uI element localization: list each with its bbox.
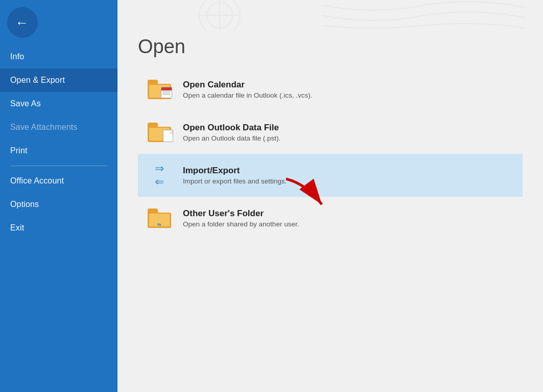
sidebar-item-open-export[interactable]: Open & Export <box>0 68 117 92</box>
import-export-item[interactable]: ⇒ ⇐ Import/Export Import or export files… <box>138 154 523 197</box>
back-arrow-icon: ← <box>15 16 29 29</box>
other-users-folder-text: Other User's Folder Open a folder shared… <box>183 209 299 228</box>
import-export-item-text: Import/Export Import or export files and… <box>183 166 287 185</box>
back-button[interactable]: ← <box>7 7 38 38</box>
data-file-icon <box>146 120 173 145</box>
decorative-header <box>117 0 543 31</box>
calendar-item-text: Open Calendar Open a calendar file in Ou… <box>183 80 313 99</box>
sidebar-item-save-as[interactable]: Save As <box>0 92 117 116</box>
data-file-item-title: Open Outlook Data File <box>183 123 280 133</box>
sidebar-nav: Info Open & Export Save As Save Attachme… <box>0 45 117 392</box>
import-export-item-desc: Import or export files and settings. <box>183 177 287 185</box>
sidebar-item-options[interactable]: Options <box>0 193 117 216</box>
sidebar-item-info[interactable]: Info <box>0 45 117 68</box>
sidebar-item-office-account[interactable]: Office Account <box>0 169 117 193</box>
data-file-item-desc: Open an Outlook data file (.pst). <box>183 134 280 142</box>
other-users-folder-desc: Open a folder shared by another user. <box>183 220 299 228</box>
calendar-icon <box>146 77 173 102</box>
import-export-icon: ⇒ ⇐ <box>146 163 173 188</box>
import-export-item-title: Import/Export <box>183 166 287 176</box>
sidebar-item-print[interactable]: Print <box>0 139 117 163</box>
page-title: Open <box>117 31 543 68</box>
sidebar: ← Info Open & Export Save As Save Attach… <box>0 0 117 392</box>
sidebar-divider <box>10 166 107 166</box>
items-list: Open Calendar Open a calendar file in Ou… <box>117 68 543 240</box>
sidebar-item-exit[interactable]: Exit <box>0 216 117 240</box>
open-calendar-item[interactable]: Open Calendar Open a calendar file in Ou… <box>138 68 523 111</box>
calendar-item-title: Open Calendar <box>183 80 313 90</box>
main-content: Open <box>117 0 543 392</box>
open-data-file-item[interactable]: Open Outlook Data File Open an Outlook d… <box>138 111 523 154</box>
calendar-item-desc: Open a calendar file in Outlook (.ics, .… <box>183 91 313 99</box>
data-file-item-text: Open Outlook Data File Open an Outlook d… <box>183 123 280 142</box>
sidebar-item-save-attachments[interactable]: Save Attachments <box>0 116 117 139</box>
other-users-folder-item[interactable]: ⇆ Other User's Folder Open a folder shar… <box>138 197 523 240</box>
other-users-icon: ⇆ <box>146 206 173 230</box>
other-users-folder-title: Other User's Folder <box>183 209 299 219</box>
